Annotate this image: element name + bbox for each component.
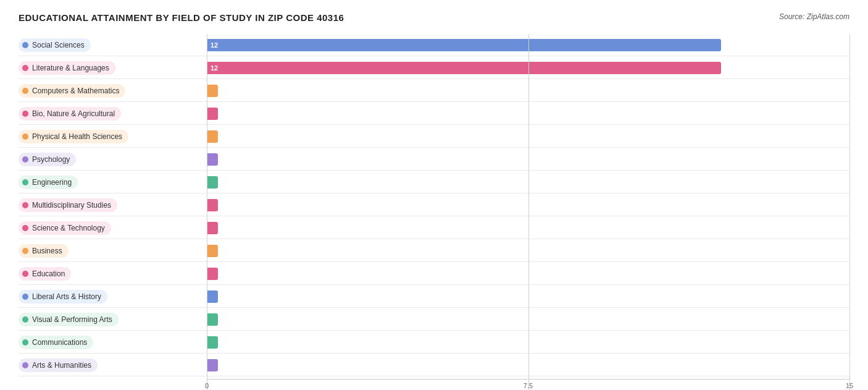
bar-fill xyxy=(207,108,218,120)
table-row: Multidisciplinary Studies0 xyxy=(19,194,849,216)
category-dot-icon xyxy=(22,42,28,48)
bar-label: Arts & Humanities xyxy=(32,361,91,370)
bar-label: Science & Technology xyxy=(32,224,105,232)
bar-label: Visual & Performing Arts xyxy=(32,315,112,324)
category-dot-icon xyxy=(22,362,28,368)
bar-label: Multidisciplinary Studies xyxy=(32,201,111,210)
category-dot-icon xyxy=(22,111,28,117)
table-row: Computers & Mathematics0 xyxy=(19,80,849,102)
category-dot-icon xyxy=(22,202,28,208)
bar-label: Liberal Arts & History xyxy=(32,292,101,301)
bar-fill xyxy=(207,336,218,349)
table-row: Psychology0 xyxy=(19,148,849,171)
bar-label: Engineering xyxy=(32,178,72,187)
bar-label: Bio, Nature & Agricultural xyxy=(32,109,115,118)
bar-fill xyxy=(207,245,218,257)
bar-fill: 12 xyxy=(207,62,721,74)
bar-fill xyxy=(207,153,218,166)
grid-line xyxy=(849,34,850,390)
bar-fill xyxy=(207,199,218,211)
table-row: Social Sciences12 xyxy=(19,34,849,56)
category-dot-icon xyxy=(22,88,28,94)
chart-area: Social Sciences12Literature & Languages1… xyxy=(19,34,849,390)
x-axis-tick: 7.5 xyxy=(524,382,533,389)
bar-fill xyxy=(207,85,218,97)
table-row: Business0 xyxy=(19,240,849,262)
category-dot-icon xyxy=(22,156,28,163)
category-dot-icon xyxy=(22,179,28,185)
category-dot-icon xyxy=(22,225,28,231)
category-dot-icon xyxy=(22,339,28,345)
bar-label: Literature & Languages xyxy=(32,64,109,72)
chart-wrapper: EDUCATIONAL ATTAINMENT BY FIELD OF STUDY… xyxy=(19,12,849,390)
x-axis: 07.515 xyxy=(207,379,849,390)
bar-label: Business xyxy=(32,247,62,255)
bar-fill xyxy=(207,359,218,371)
bar-fill: 12 xyxy=(207,39,721,51)
bar-label: Communications xyxy=(32,338,87,347)
table-row: Liberal Arts & History0 xyxy=(19,286,849,308)
bar-fill xyxy=(207,268,218,280)
bar-fill xyxy=(207,176,218,189)
bar-value-label: 12 xyxy=(207,41,218,49)
category-dot-icon xyxy=(22,294,28,300)
bar-label: Psychology xyxy=(32,155,70,164)
category-dot-icon xyxy=(22,271,28,277)
bar-label: Education xyxy=(32,269,65,278)
bar-fill xyxy=(207,290,218,303)
bar-fill xyxy=(207,130,218,143)
bar-fill xyxy=(207,313,218,326)
table-row: Physical & Health Sciences0 xyxy=(19,125,849,148)
bar-fill xyxy=(207,222,218,234)
table-row: Visual & Performing Arts0 xyxy=(19,308,849,331)
bar-label: Computers & Mathematics xyxy=(32,87,119,95)
chart-source: Source: ZipAtlas.com xyxy=(779,12,849,21)
table-row: Literature & Languages12 xyxy=(19,57,849,79)
table-row: Education0 xyxy=(19,263,849,285)
table-row: Communications0 xyxy=(19,331,849,354)
chart-header: EDUCATIONAL ATTAINMENT BY FIELD OF STUDY… xyxy=(19,12,849,23)
table-row: Arts & Humanities0 xyxy=(19,354,849,376)
bar-label: Social Sciences xyxy=(32,41,85,49)
x-axis-tick: 15 xyxy=(846,382,853,389)
x-axis-tick: 0 xyxy=(205,382,209,389)
category-dot-icon xyxy=(22,316,28,323)
chart-title: EDUCATIONAL ATTAINMENT BY FIELD OF STUDY… xyxy=(19,12,344,23)
bar-value-label: 12 xyxy=(207,64,218,72)
category-dot-icon xyxy=(22,248,28,254)
table-row: Bio, Nature & Agricultural0 xyxy=(19,103,849,125)
table-row: Engineering0 xyxy=(19,171,849,193)
category-dot-icon xyxy=(22,134,28,140)
category-dot-icon xyxy=(22,65,28,71)
table-row: Science & Technology0 xyxy=(19,217,849,239)
bar-label: Physical & Health Sciences xyxy=(32,132,122,141)
